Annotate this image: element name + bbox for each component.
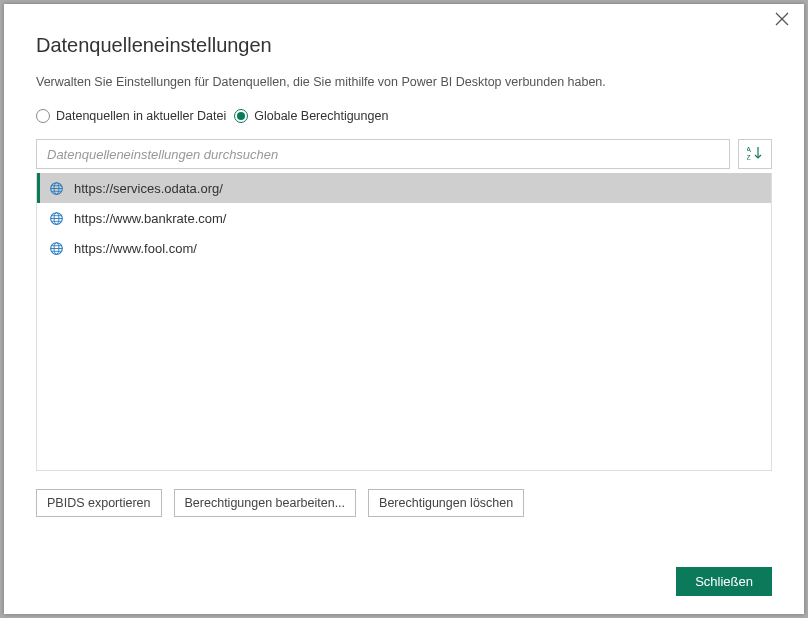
svg-text:Z: Z	[747, 153, 751, 161]
export-pbids-button[interactable]: PBIDS exportieren	[36, 489, 162, 517]
data-source-list: https://services.odata.org/ https://www.…	[36, 173, 772, 471]
radio-current-file[interactable]: Datenquellen in aktueller Datei	[36, 109, 226, 123]
radio-label: Globale Berechtigungen	[254, 109, 388, 123]
action-row: PBIDS exportieren Berechtigungen bearbei…	[36, 489, 772, 517]
edit-permissions-button[interactable]: Berechtigungen bearbeiten...	[174, 489, 357, 517]
dialog-subtitle: Verwalten Sie Einstellungen für Datenque…	[36, 75, 772, 89]
sort-az-icon: A Z	[747, 145, 763, 164]
radio-global-permissions[interactable]: Globale Berechtigungen	[234, 109, 388, 123]
search-input[interactable]	[36, 139, 730, 169]
sort-button[interactable]: A Z	[738, 139, 772, 169]
globe-icon	[49, 181, 64, 196]
list-item[interactable]: https://www.bankrate.com/	[37, 203, 771, 233]
list-item-label: https://www.bankrate.com/	[74, 211, 226, 226]
globe-icon	[49, 211, 64, 226]
radio-icon	[36, 109, 50, 123]
radio-label: Datenquellen in aktueller Datei	[56, 109, 226, 123]
titlebar	[4, 4, 804, 36]
close-dialog-button[interactable]: Schließen	[676, 567, 772, 596]
list-item-label: https://services.odata.org/	[74, 181, 223, 196]
radio-icon	[234, 109, 248, 123]
dialog-content: Datenquelleneinstellungen Verwalten Sie …	[4, 4, 804, 533]
globe-icon	[49, 241, 64, 256]
data-source-settings-dialog: Datenquelleneinstellungen Verwalten Sie …	[4, 4, 804, 614]
list-item[interactable]: https://services.odata.org/	[37, 173, 771, 203]
list-item[interactable]: https://www.fool.com/	[37, 233, 771, 263]
clear-permissions-button[interactable]: Berechtigungen löschen	[368, 489, 524, 517]
scope-radio-group: Datenquellen in aktueller Datei Globale …	[36, 109, 772, 123]
list-item-label: https://www.fool.com/	[74, 241, 197, 256]
close-button[interactable]	[768, 6, 796, 34]
close-icon	[775, 12, 789, 29]
dialog-footer: Schließen	[676, 567, 772, 596]
search-row: A Z	[36, 139, 772, 169]
dialog-title: Datenquelleneinstellungen	[36, 34, 772, 57]
